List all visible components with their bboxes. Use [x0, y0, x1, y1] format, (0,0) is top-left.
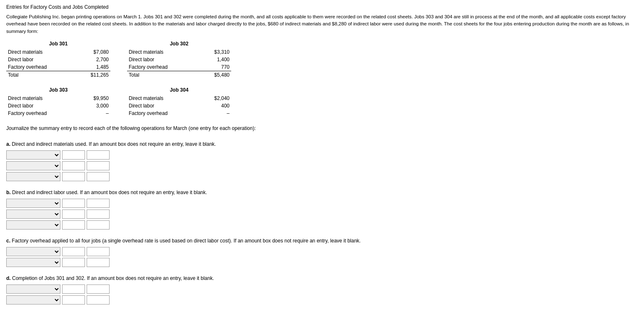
job-304-title: Job 304: [127, 87, 231, 93]
job-301-title: Job 301: [6, 41, 110, 47]
table-row: Total $5,480: [127, 71, 231, 79]
entry-d2-credit[interactable]: [87, 295, 110, 305]
job-304-dm-label: Direct materials: [127, 95, 200, 102]
entry-row-a3: [6, 172, 638, 181]
entry-c2-credit[interactable]: [87, 258, 110, 267]
table-row: Factory overhead –: [6, 110, 110, 117]
entry-a2-debit[interactable]: [62, 161, 85, 170]
job-304-dl-value: 400: [200, 102, 232, 110]
job-301-total-value: $11,265: [75, 71, 110, 79]
entry-c2-debit[interactable]: [62, 258, 85, 267]
entry-a1-debit[interactable]: [62, 150, 85, 160]
entry-row-c2: [6, 258, 638, 267]
entry-d1-select[interactable]: [6, 285, 60, 294]
table-row: Direct labor 400: [127, 102, 231, 110]
entry-c2-select[interactable]: [6, 258, 60, 267]
entry-a1-credit[interactable]: [87, 150, 110, 160]
section-c-instruction: c. Factory overhead applied to all four …: [6, 238, 638, 244]
job-303-dl-label: Direct labor: [6, 102, 79, 110]
entry-a3-select[interactable]: [6, 172, 60, 181]
entry-d1-debit[interactable]: [62, 285, 85, 294]
job-304-fo-label: Factory overhead: [127, 110, 200, 117]
job-302-dm-value: $3,310: [200, 48, 232, 56]
job-303-fo-value: –: [79, 110, 111, 117]
table-row: Factory overhead –: [127, 110, 231, 117]
table-row: Direct materials $2,040: [127, 95, 231, 102]
section-d: d. Completion of Jobs 301 and 302. If an…: [6, 275, 638, 305]
table-row: Direct labor 1,400: [127, 56, 231, 63]
job-301-total-label: Total: [6, 71, 75, 79]
entry-a3-credit[interactable]: [87, 172, 110, 181]
entry-c1-debit[interactable]: [62, 247, 85, 256]
job-301-section: Job 301 Direct materials $7,080 Direct l…: [6, 41, 110, 79]
job-304-table: Direct materials $2,040 Direct labor 400…: [127, 95, 231, 117]
job-303-dm-value: $9,950: [79, 95, 111, 102]
entry-a2-credit[interactable]: [87, 161, 110, 170]
job-303-fo-label: Factory overhead: [6, 110, 79, 117]
table-row: Direct materials $3,310: [127, 48, 231, 56]
entry-b1-select[interactable]: [6, 199, 60, 208]
journalize-instruction: Journalize the summary entry to record e…: [6, 125, 638, 131]
job-303-section: Job 303 Direct materials $9,950 Direct l…: [6, 87, 110, 117]
table-row: Direct labor 3,000: [6, 102, 110, 110]
entry-row-b1: [6, 199, 638, 208]
job-301-dl-label: Direct labor: [6, 56, 75, 63]
page-title: Entries for Factory Costs and Jobs Compl…: [6, 4, 638, 10]
job-303-dm-label: Direct materials: [6, 95, 79, 102]
entry-row-c1: [6, 247, 638, 256]
job-302-dl-value: 1,400: [200, 56, 232, 63]
job-301-fo-label: Factory overhead: [6, 63, 75, 71]
section-a: a. Direct and indirect materials used. I…: [6, 141, 638, 181]
entry-a2-select[interactable]: [6, 161, 60, 170]
job-302-total-label: Total: [127, 71, 200, 79]
entry-b1-credit[interactable]: [87, 199, 110, 208]
job-302-total-value: $5,480: [200, 71, 232, 79]
entry-d2-select[interactable]: [6, 295, 60, 305]
entry-c1-credit[interactable]: [87, 247, 110, 256]
job-302-fo-label: Factory overhead: [127, 63, 200, 71]
job-301-fo-value: 1,485: [75, 63, 110, 71]
entry-c1-select[interactable]: [6, 247, 60, 256]
job-301-dm-value: $7,080: [75, 48, 110, 56]
entry-b1-debit[interactable]: [62, 199, 85, 208]
entry-d1-credit[interactable]: [87, 285, 110, 294]
entry-b2-select[interactable]: [6, 210, 60, 219]
entry-b2-debit[interactable]: [62, 210, 85, 219]
job-302-title: Job 302: [127, 41, 231, 47]
section-b-instruction: b. Direct and indirect labor used. If an…: [6, 190, 638, 195]
entry-b3-credit[interactable]: [87, 220, 110, 230]
table-row: Direct materials $7,080: [6, 48, 110, 56]
entry-d2-debit[interactable]: [62, 295, 85, 305]
entry-a3-debit[interactable]: [62, 172, 85, 181]
job-302-dm-label: Direct materials: [127, 48, 200, 56]
job-304-dm-value: $2,040: [200, 95, 232, 102]
entry-b3-select[interactable]: [6, 220, 60, 230]
job-302-table: Direct materials $3,310 Direct labor 1,4…: [127, 48, 231, 79]
job-301-dm-label: Direct materials: [6, 48, 75, 56]
table-row: Direct materials $9,950: [6, 95, 110, 102]
table-row: Direct labor 2,700: [6, 56, 110, 63]
job-302-section: Job 302 Direct materials $3,310 Direct l…: [127, 41, 231, 79]
section-c: c. Factory overhead applied to all four …: [6, 238, 638, 267]
entry-b3-debit[interactable]: [62, 220, 85, 230]
entry-a1-select[interactable]: [6, 150, 60, 160]
entry-row-b3: [6, 220, 638, 230]
section-a-instruction: a. Direct and indirect materials used. I…: [6, 141, 638, 147]
job-304-section: Job 304 Direct materials $2,040 Direct l…: [127, 87, 231, 117]
table-row: Total $11,265: [6, 71, 110, 79]
entry-row-d2: [6, 295, 638, 305]
job-302-fo-value: 770: [200, 63, 232, 71]
job-303-title: Job 303: [6, 87, 110, 93]
section-b: b. Direct and indirect labor used. If an…: [6, 190, 638, 230]
job-301-dl-value: 2,700: [75, 56, 110, 63]
entry-row-d1: [6, 285, 638, 294]
job-304-fo-value: –: [200, 110, 232, 117]
job-302-dl-label: Direct labor: [127, 56, 200, 63]
intro-text: Collegiate Publishing Inc. began printin…: [6, 13, 638, 35]
job-301-table: Direct materials $7,080 Direct labor 2,7…: [6, 48, 110, 79]
section-d-instruction: d. Completion of Jobs 301 and 302. If an…: [6, 275, 638, 281]
table-row: Factory overhead 1,485: [6, 63, 110, 71]
entry-row-a1: [6, 150, 638, 160]
entry-b2-credit[interactable]: [87, 210, 110, 219]
job-303-table: Direct materials $9,950 Direct labor 3,0…: [6, 95, 110, 117]
